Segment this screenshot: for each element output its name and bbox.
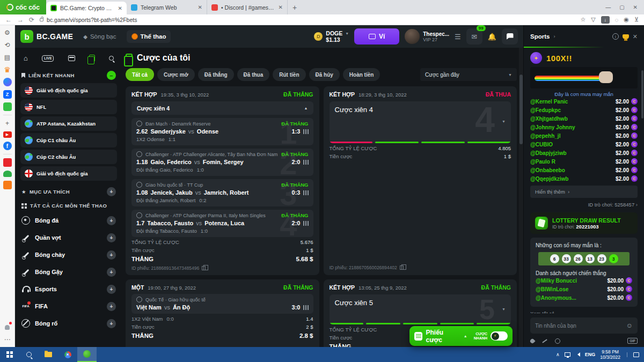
chrome-app[interactable] [58,347,77,362]
menu-icon[interactable]: ☰ [455,33,461,41]
bell-icon[interactable]: 🔔 [488,33,496,41]
forward-button[interactable]: → [17,16,24,24]
taskbar-search[interactable] [19,347,39,362]
messenger-icon[interactable] [3,78,12,86]
quick-link-item[interactable]: Cúp C2 châu Âu [20,150,117,164]
combo-collapsed-box[interactable]: Cược xiên 5 5 ▼ [330,294,511,324]
chevron-right-icon[interactable]: › [553,34,555,39]
quick-link-item[interactable]: NFL [20,100,117,114]
bet-leg-2[interactable]: 2 Challenger · ATP Challenger Alicante, … [131,149,313,176]
new-tab-button[interactable]: + [288,0,302,14]
maximize-button[interactable]: ▢ [619,4,624,10]
shield-icon[interactable]: ▽ [591,16,595,23]
search-icon[interactable] [109,56,114,61]
quick-link-item[interactable]: Giải vô địch quốc gia [20,166,117,181]
stats-icon[interactable] [303,305,309,310]
taskbar-clock[interactable]: 9:58 PM 10/3/2022 [600,349,620,360]
close-chat-icon[interactable]: ✕ [633,33,638,40]
games-icon[interactable] [3,102,12,111]
quick-link-item[interactable]: Giải vô địch quốc gia [20,83,117,98]
live-icon[interactable]: LIVE [42,55,54,62]
scrollbar-thumb[interactable] [519,75,523,144]
bet-leg-4[interactable]: 4 Challenger · ATP Challenger Parma II, … [131,210,313,237]
filter-open[interactable]: Cược mở [157,68,195,81]
expand-icon[interactable]: + [107,319,116,328]
tray-expand-icon[interactable]: ∧ [556,352,560,357]
quick-link-item[interactable]: Cúp C1 châu Âu [20,133,117,147]
home-icon[interactable]: ⌂ [24,54,28,62]
emoji-icon[interactable]: ☺ [626,322,633,329]
bet-card-combo-lost[interactable]: KẾT HỢP 18:29, 3 thg 10, 2022 ĐÃ THUA Cư… [324,86,517,275]
language-indicator[interactable]: ENG [585,352,596,357]
tab-telegram[interactable]: Telegram Web ✕ [127,0,207,14]
tab-discord[interactable]: • Discord | #games | BC G ✕ [207,0,288,14]
sidebar-item-basketball[interactable]: Bóng rổ + [20,315,117,332]
back-button[interactable]: ← [5,16,12,24]
filter-refund[interactable]: Hoàn tiền [343,68,380,81]
close-button[interactable]: ✕ [633,4,638,10]
main-scrollbar[interactable] [519,48,523,347]
stats-icon[interactable] [303,160,309,165]
inbox-button[interactable]: ✉ 99 [466,28,482,45]
facebook-icon[interactable]: f [3,142,12,150]
notifications-bell-icon[interactable] [3,323,12,331]
rain-game-id[interactable]: ID trò chơi: 5258457 › [530,202,638,208]
address-bar[interactable] [40,16,575,24]
add-shortcut-icon[interactable]: + [3,119,12,128]
view-all-link[interactable]: Xem tất cả [530,311,638,313]
chat-input-box[interactable]: ☺ [530,317,638,334]
feed-icon[interactable]: ▤ [3,53,12,62]
expand-favorites-button[interactable]: + [107,187,116,196]
expand-icon[interactable]: + [107,302,116,311]
expand-icon[interactable]: + [107,285,116,294]
bet-card-single-won[interactable]: MỘT 19:00, 27 thg 9, 2022 ĐÃ THẮNG Quốc … [126,279,319,347]
cart-icon[interactable] [3,181,12,189]
collapse-button[interactable]: – [107,71,116,80]
downloads-tray-icon[interactable]: ⊻ [634,16,639,23]
download-active-icon[interactable]: ↓ [601,16,610,24]
shop-hat-icon[interactable] [3,171,12,177]
chat-scrollbar[interactable] [641,70,644,151]
settings-gear-icon[interactable]: ⚙ [3,28,12,37]
chat-input[interactable] [535,323,623,329]
single-bet-event[interactable]: Quốc Tế · Giao hữu quốc tế Việt Nam vs Ấ… [131,294,313,314]
filter-won[interactable]: Đã thắng [198,68,234,81]
wallet-button[interactable]: Ví [354,28,399,45]
info-icon[interactable]: i [612,33,619,40]
quick-bet-toggle[interactable]: ⚡ [491,331,508,341]
bet-card-combo-won[interactable]: KẾT HỢP 19:35, 3 thg 10, 2022 ĐÃ THẮNG C… [126,86,319,275]
more-options-icon[interactable]: ⋯ [3,335,12,344]
crown-icon[interactable]: ♛ [3,65,12,74]
currency-selector[interactable]: D DOGE ▼ $1.13 [314,30,349,43]
network-icon[interactable] [565,352,570,357]
expand-icon[interactable]: + [107,216,116,225]
filter-all[interactable]: Tất cả [126,68,154,81]
bet-leg-3[interactable]: 3 Giao hữu quốc tế · TT Cup ĐÃ THẮNG 1.0… [131,179,313,206]
expand-icon[interactable]: + [107,250,116,260]
chat-toggle-button[interactable] [502,28,518,45]
rain-drop-icon[interactable] [529,338,535,344]
sidebar-item-fifa[interactable]: FIFA FIFA + [20,298,117,315]
bet-leg-1[interactable]: 1 Đan Mạch · Denamrk Reserve ĐÃ THẮNG 2.… [131,118,313,145]
extensions-icon[interactable]: ◌ [615,17,619,23]
copy-icon[interactable] [400,265,404,270]
file-explorer[interactable] [39,347,58,362]
user-profile[interactable]: Thespec... VIP 27 [405,29,449,44]
reload-button[interactable]: ⟳ [29,16,34,24]
minimize-button[interactable]: — [605,4,611,10]
stats-icon[interactable] [303,221,309,226]
sort-dropdown[interactable]: Cược gần đây ▼ [420,68,517,81]
sidebar-item-soccer[interactable]: Bóng đá + [20,212,117,229]
expand-icon[interactable]: + [107,268,116,277]
sidebar-item-baseball[interactable]: Bóng chày + [20,246,117,263]
copy-icon[interactable] [202,266,206,270]
stats-icon[interactable] [303,190,309,195]
bookmark-star-icon[interactable]: ☆ [580,16,586,23]
coccoc-app[interactable] [77,347,97,362]
my-bets-icon[interactable] [89,55,95,62]
tab-close-icon[interactable]: ✕ [118,5,122,11]
betslip-button[interactable]: Phiếu cược ▲ CƯỢC NHANH ⚡ [409,326,513,346]
zalo-icon[interactable]: Z [3,90,12,99]
tab-close-icon[interactable]: ✕ [198,4,202,10]
shopping-sale-icon[interactable] [3,158,12,167]
